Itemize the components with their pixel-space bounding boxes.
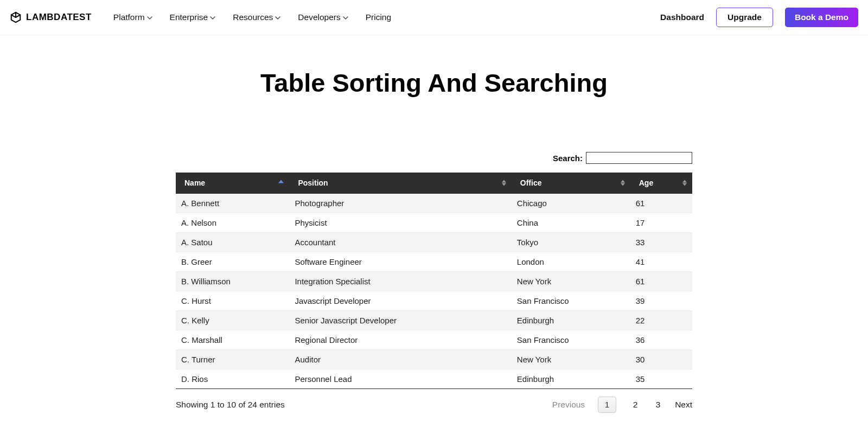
cell-age: 39 (630, 291, 692, 311)
cell-position: Accountant (289, 233, 511, 252)
book-demo-button[interactable]: Book a Demo (785, 8, 858, 27)
nav-item-developers[interactable]: Developers (298, 12, 348, 22)
sort-icon (502, 180, 506, 186)
column-header-label: Office (520, 179, 542, 187)
nav-item-platform[interactable]: Platform (113, 12, 152, 22)
table-row: C. MarshallRegional DirectorSan Francisc… (176, 330, 692, 350)
column-header-position[interactable]: Position (289, 173, 511, 194)
nav-item-label: Pricing (366, 12, 391, 22)
search-row: Search: (176, 152, 692, 164)
cell-office: Chicago (512, 194, 630, 213)
cell-name: A. Satou (176, 233, 289, 252)
table-row: D. RiosPersonnel LeadEdinburgh35 (176, 369, 692, 389)
pagination-page-1[interactable]: 1 (598, 397, 616, 413)
cell-office: China (512, 213, 630, 233)
cell-name: A. Bennett (176, 194, 289, 213)
table-row: C. KellySenior Javascript DeveloperEdinb… (176, 311, 692, 330)
cell-age: 61 (630, 272, 692, 291)
pagination-page-2[interactable]: 2 (631, 400, 639, 410)
chevron-down-icon (147, 16, 152, 20)
column-header-label: Age (639, 179, 653, 187)
table-container: Search: NamePositionOfficeAge A. Bennett… (176, 152, 692, 413)
cell-age: 35 (630, 369, 692, 389)
cell-name: D. Rios (176, 369, 289, 389)
sort-icon (621, 180, 625, 186)
column-header-name[interactable]: Name (176, 173, 289, 194)
table-row: B. GreerSoftware EngineerLondon41 (176, 252, 692, 272)
cell-age: 17 (630, 213, 692, 233)
brand-icon (10, 11, 22, 23)
nav-item-label: Platform (113, 12, 145, 22)
table-row: C. TurnerAuditorNew York30 (176, 350, 692, 369)
nav-item-enterprise[interactable]: Enterprise (170, 12, 216, 22)
pagination-page-3[interactable]: 3 (654, 400, 662, 410)
cell-age: 61 (630, 194, 692, 213)
column-header-age[interactable]: Age (630, 173, 692, 194)
table-row: A. BennettPhotographerChicago61 (176, 194, 692, 213)
cell-name: C. Marshall (176, 330, 289, 350)
data-table: NamePositionOfficeAge A. BennettPhotogra… (176, 173, 692, 389)
cell-age: 30 (630, 350, 692, 369)
table-body: A. BennettPhotographerChicago61A. Nelson… (176, 194, 692, 389)
nav-item-label: Enterprise (170, 12, 208, 22)
cell-office: San Francisco (512, 291, 630, 311)
cell-age: 33 (630, 233, 692, 252)
cell-position: Auditor (289, 350, 511, 369)
dashboard-link[interactable]: Dashboard (660, 12, 704, 22)
nav-item-pricing[interactable]: Pricing (366, 12, 391, 22)
column-header-label: Name (184, 179, 205, 187)
brand-logo[interactable]: LAMBDATEST (10, 11, 92, 23)
table-footer: Showing 1 to 10 of 24 entries Previous 1… (176, 397, 692, 413)
cell-position: Regional Director (289, 330, 511, 350)
main-nav: PlatformEnterpriseResourcesDevelopersPri… (113, 12, 660, 22)
page-title: Table Sorting And Searching (0, 68, 868, 98)
column-header-office[interactable]: Office (512, 173, 630, 194)
search-input[interactable] (586, 152, 692, 164)
cell-office: Tokyo (512, 233, 630, 252)
cell-name: C. Kelly (176, 311, 289, 330)
cell-age: 22 (630, 311, 692, 330)
pagination: Previous 123 Next (552, 397, 692, 413)
cell-office: Edinburgh (512, 311, 630, 330)
chevron-down-icon (275, 16, 280, 20)
chevron-down-icon (343, 16, 348, 20)
pagination-next[interactable]: Next (675, 400, 692, 410)
cell-position: Software Engineer (289, 252, 511, 272)
table-row: A. SatouAccountantTokyo33 (176, 233, 692, 252)
column-header-label: Position (298, 179, 328, 187)
cell-office: New York (512, 350, 630, 369)
cell-office: London (512, 252, 630, 272)
cell-office: New York (512, 272, 630, 291)
search-label: Search: (553, 154, 583, 163)
chevron-down-icon (210, 16, 215, 20)
cell-age: 36 (630, 330, 692, 350)
table-head: NamePositionOfficeAge (176, 173, 692, 194)
cell-position: Javascript Developer (289, 291, 511, 311)
cell-position: Integration Specialist (289, 272, 511, 291)
sort-icon (682, 180, 687, 186)
pagination-previous[interactable]: Previous (552, 400, 585, 410)
nav-item-resources[interactable]: Resources (233, 12, 280, 22)
cell-position: Senior Javascript Developer (289, 311, 511, 330)
cell-office: Edinburgh (512, 369, 630, 389)
cell-position: Personnel Lead (289, 369, 511, 389)
upgrade-button[interactable]: Upgrade (716, 8, 773, 27)
cell-position: Photographer (289, 194, 511, 213)
main-header: LAMBDATEST PlatformEnterpriseResourcesDe… (0, 0, 868, 35)
table-info: Showing 1 to 10 of 24 entries (176, 400, 552, 410)
cell-name: C. Hurst (176, 291, 289, 311)
nav-item-label: Resources (233, 12, 273, 22)
nav-item-label: Developers (298, 12, 340, 22)
cell-name: A. Nelson (176, 213, 289, 233)
table-row: C. HurstJavascript DeveloperSan Francisc… (176, 291, 692, 311)
cell-name: C. Turner (176, 350, 289, 369)
sort-asc-icon (278, 180, 284, 183)
table-row: A. NelsonPhysicistChina17 (176, 213, 692, 233)
brand-name: LAMBDATEST (26, 12, 92, 23)
header-actions: Dashboard Upgrade Book a Demo (660, 8, 858, 27)
cell-position: Physicist (289, 213, 511, 233)
cell-age: 41 (630, 252, 692, 272)
table-row: B. WilliamsonIntegration SpecialistNew Y… (176, 272, 692, 291)
cell-name: B. Williamson (176, 272, 289, 291)
cell-name: B. Greer (176, 252, 289, 272)
